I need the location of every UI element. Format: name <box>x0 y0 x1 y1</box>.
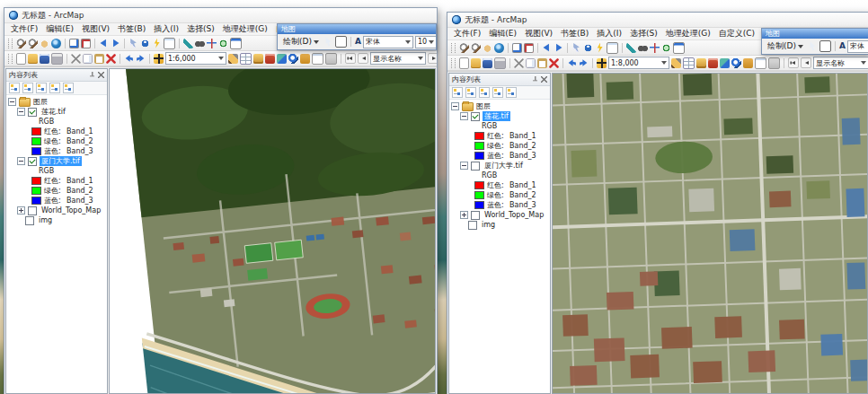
layer-row[interactable]: 厦门大学.tif <box>451 161 550 171</box>
toc-list-by-drawing-order-icon[interactable] <box>452 87 463 98</box>
next-page-icon[interactable] <box>428 53 437 64</box>
layer-checkbox[interactable] <box>471 112 480 121</box>
map-panel-title[interactable]: 地图 <box>762 29 868 39</box>
map-panel-title[interactable]: 地图 <box>278 24 436 34</box>
find-icon[interactable] <box>638 43 648 53</box>
open-icon[interactable] <box>471 58 481 68</box>
previous-page-icon[interactable] <box>358 53 368 64</box>
menu-edit[interactable]: 编辑(E) <box>46 23 74 35</box>
menu-insert[interactable]: 插入(I) <box>154 23 179 35</box>
undo-icon[interactable] <box>567 58 577 68</box>
collapse-icon[interactable] <box>460 112 468 120</box>
font-size-combo[interactable]: 10 <box>415 36 436 48</box>
page-options-icon[interactable] <box>768 57 780 69</box>
menu-bookmarks[interactable]: 书签(B) <box>118 23 146 35</box>
rectangle-shape-icon[interactable] <box>819 40 831 52</box>
close-icon[interactable] <box>98 72 104 78</box>
html-popup-icon[interactable] <box>164 38 175 49</box>
arctoolbox-icon[interactable] <box>708 58 718 68</box>
layer-checkbox[interactable] <box>28 206 37 215</box>
toc-options-icon[interactable] <box>63 83 74 93</box>
time-slider-icon[interactable] <box>661 43 671 53</box>
modelbuilder-icon[interactable] <box>277 54 287 64</box>
previous-page-icon[interactable] <box>801 57 811 68</box>
font-combo[interactable]: 宋体 <box>847 40 868 53</box>
draw-menu-button[interactable]: 绘制(D) <box>280 35 322 48</box>
toc-list-by-source-icon[interactable] <box>465 87 476 98</box>
layer-name[interactable]: World_Topo_Map <box>40 206 102 215</box>
toc-root-label[interactable]: 图层 <box>33 97 48 107</box>
text-tool-icon[interactable]: A <box>839 41 846 51</box>
viewer-window-icon[interactable] <box>230 38 242 49</box>
menu-bookmarks[interactable]: 书签(B) <box>561 28 589 39</box>
layer-row[interactable]: img <box>451 220 550 230</box>
pin-icon[interactable] <box>532 76 538 83</box>
html-popup-icon[interactable] <box>607 42 618 54</box>
toc-root-row[interactable]: 图层 <box>8 97 107 107</box>
map-scale-combo[interactable]: 1:6,000 <box>165 52 226 65</box>
copy-icon[interactable] <box>83 54 93 64</box>
toolbar-grip[interactable] <box>8 54 13 64</box>
find-icon[interactable] <box>195 39 205 48</box>
delete-icon[interactable] <box>106 54 116 64</box>
layer-name[interactable]: img <box>480 220 497 230</box>
layer-checkbox[interactable] <box>471 162 480 171</box>
title-bar[interactable]: 无标题 - ArcMap <box>4 8 437 23</box>
arctoolbox-icon[interactable] <box>265 54 275 64</box>
go-back-extent-icon[interactable] <box>542 43 552 53</box>
print-icon[interactable] <box>494 57 506 69</box>
table-of-contents-icon[interactable] <box>683 57 695 69</box>
layer-checkbox[interactable] <box>28 108 37 117</box>
paste-icon[interactable] <box>94 54 104 64</box>
layer-name-selected[interactable]: 厦门大学.tif <box>40 156 82 166</box>
time-slider-icon[interactable] <box>218 39 228 48</box>
expand-icon[interactable] <box>17 206 25 215</box>
layer-checkbox[interactable] <box>28 157 37 166</box>
hyperlink-icon[interactable] <box>595 43 605 53</box>
map-scale-combo[interactable]: 1:8,000 <box>608 57 669 69</box>
save-icon[interactable] <box>40 54 49 64</box>
pan-icon[interactable] <box>40 39 49 48</box>
add-data-icon[interactable] <box>154 54 164 64</box>
select-elements-icon[interactable] <box>808 41 818 51</box>
paste-icon[interactable] <box>537 58 547 68</box>
zoom-out-icon[interactable] <box>28 39 38 48</box>
zoom-in-icon[interactable] <box>459 43 469 53</box>
full-extent-icon[interactable] <box>51 39 61 48</box>
toc-list-by-source-icon[interactable] <box>22 83 33 93</box>
redo-icon[interactable] <box>579 58 589 68</box>
menu-insert[interactable]: 插入(I) <box>597 28 622 39</box>
page-setup-icon[interactable] <box>300 54 310 64</box>
full-extent-icon[interactable] <box>494 43 504 53</box>
print-icon[interactable] <box>51 53 63 65</box>
menu-geoprocessing[interactable]: 地理处理(G) <box>666 28 711 39</box>
select-features-icon[interactable] <box>128 39 138 48</box>
page-name-combo[interactable]: 显示名称 <box>813 57 868 69</box>
first-page-icon[interactable] <box>345 53 356 64</box>
layer-name-selected[interactable]: 莲花.tif <box>483 111 510 121</box>
measure-icon[interactable] <box>183 39 193 48</box>
layer-row[interactable]: 莲花.tif <box>451 111 550 121</box>
refresh-pages-icon[interactable] <box>755 57 766 69</box>
page-setup-icon[interactable] <box>743 58 753 68</box>
copy-icon[interactable] <box>526 58 536 68</box>
editor-icon[interactable] <box>671 58 681 68</box>
add-data-icon[interactable] <box>597 58 607 68</box>
modelbuilder-icon[interactable] <box>720 58 730 68</box>
rectangle-shape-icon[interactable] <box>335 36 347 48</box>
layer-name[interactable]: 厦门大学.tif <box>483 161 525 171</box>
toc-list-by-selection-icon[interactable] <box>492 87 503 98</box>
draw-menu-button[interactable]: 绘制(D) <box>765 39 806 53</box>
menu-selection[interactable]: 选择(S) <box>187 23 215 35</box>
go-to-xy-icon[interactable] <box>650 43 660 53</box>
hyperlink-icon[interactable] <box>152 39 162 48</box>
menu-geoprocessing[interactable]: 地理处理(G) <box>223 23 268 35</box>
new-map-icon[interactable] <box>16 53 26 65</box>
toc-root-label[interactable]: 图层 <box>476 101 491 111</box>
first-page-icon[interactable] <box>788 57 799 68</box>
identify-icon[interactable] <box>140 39 150 48</box>
layer-name[interactable]: img <box>37 215 54 225</box>
toc-options-icon[interactable] <box>506 87 517 98</box>
catalog-icon[interactable] <box>696 58 706 68</box>
toolbar-grip[interactable] <box>451 43 456 53</box>
